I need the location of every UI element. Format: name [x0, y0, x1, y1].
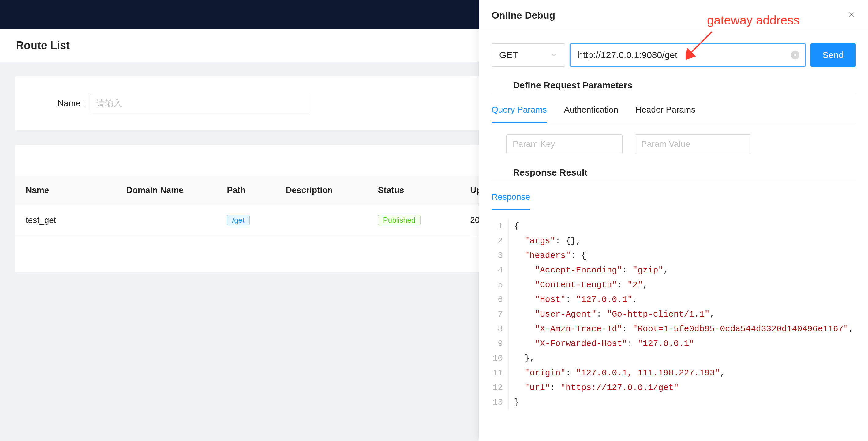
tab-header-params[interactable]: Header Params	[636, 105, 695, 123]
drawer-title: Online Debug	[492, 10, 555, 21]
request-line: GET Send	[492, 43, 856, 67]
col-domain: Domain Name	[115, 175, 216, 205]
clear-icon[interactable]	[791, 51, 800, 59]
name-input[interactable]	[90, 94, 310, 113]
col-description: Description	[275, 175, 367, 205]
tab-response[interactable]: Response	[492, 192, 530, 210]
drawer-header: Online Debug	[479, 0, 868, 31]
method-value: GET	[499, 50, 518, 60]
tab-query-params[interactable]: Query Params	[492, 105, 547, 123]
param-value-input[interactable]	[635, 134, 751, 154]
col-path: Path	[216, 175, 275, 205]
cell-name: test_get	[15, 205, 115, 236]
send-button[interactable]: Send	[810, 43, 856, 67]
section-params-title: Define Request Parameters	[513, 80, 856, 91]
status-badge: Published	[378, 215, 421, 226]
chevron-down-icon	[551, 50, 557, 60]
line-gutter: 12345678910111213	[492, 219, 509, 410]
col-status: Status	[367, 175, 459, 205]
online-debug-drawer: Online Debug GET Send Define Request Par…	[479, 0, 868, 441]
close-icon[interactable]	[847, 10, 856, 21]
cell-description	[275, 205, 367, 236]
filter-name-label: Name :	[58, 99, 85, 108]
cell-status: Published	[367, 205, 459, 236]
cell-domain	[115, 205, 216, 236]
cell-path: /get	[216, 205, 275, 236]
section-response-title: Response Result	[513, 167, 856, 178]
filter-name: Name :	[58, 94, 310, 113]
tab-authentication[interactable]: Authentication	[564, 105, 618, 123]
response-body: 12345678910111213 { "args": {}, "headers…	[492, 219, 856, 410]
param-row	[506, 134, 856, 154]
response-tabs: Response	[492, 192, 856, 210]
path-tag: /get	[227, 215, 250, 226]
param-key-input[interactable]	[506, 134, 623, 154]
col-name: Name	[15, 175, 115, 205]
param-tabs: Query Params Authentication Header Param…	[492, 105, 856, 123]
response-code[interactable]: { "args": {}, "headers": { "Accept-Encod…	[509, 219, 854, 410]
method-select[interactable]: GET	[492, 43, 565, 67]
url-input[interactable]	[570, 43, 806, 67]
